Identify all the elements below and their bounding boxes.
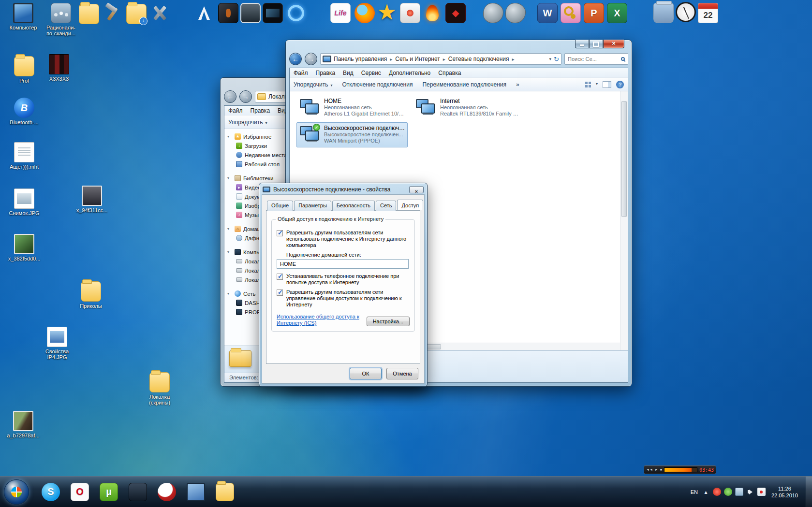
desktop-icon[interactable]: Локалка (скрины) <box>141 372 178 406</box>
forward-button[interactable] <box>239 90 252 103</box>
tab[interactable]: Сеть <box>376 201 396 211</box>
menu-item[interactable]: Дополнительно <box>389 70 430 76</box>
desktop-icon[interactable]: a_b72978af... <box>5 411 42 438</box>
connection-properties-dialog[interactable]: Высокоскоростное подключение - свойства … <box>259 183 428 387</box>
forward-button[interactable] <box>305 53 317 65</box>
toolbar-button[interactable]: Переименование подключения <box>422 81 506 88</box>
desktop-icon[interactable]: Prof <box>6 56 43 84</box>
player-play-icon[interactable] <box>655 468 658 472</box>
breadcrumb-segment[interactable]: Сетевые подключения <box>448 56 517 62</box>
views-button[interactable] <box>584 81 598 88</box>
window-titlebar[interactable] <box>289 40 628 53</box>
desktop-icon[interactable]: Bluetooth-... <box>6 98 43 125</box>
taskbar-app-button[interactable]: S <box>40 481 62 503</box>
toolbar-button[interactable]: Упорядочить <box>228 119 267 126</box>
breadcrumb-segment[interactable]: Панель управления <box>334 56 395 62</box>
taskbar-app-button[interactable]: O <box>69 481 91 503</box>
back-button[interactable] <box>289 53 302 65</box>
breadcrumb-dropdown-icon[interactable]: ▾ <box>549 57 552 61</box>
close-button[interactable] <box>409 186 424 193</box>
refresh-icon[interactable]: ↻ <box>554 56 559 63</box>
taskbar-app-button[interactable]: µ <box>98 481 120 503</box>
menu-item[interactable]: Правка <box>316 70 336 76</box>
tray-icon[interactable] <box>713 488 721 496</box>
desktop-icon[interactable]: 22 <box>690 3 726 23</box>
taskbar-app-button[interactable] <box>214 481 236 503</box>
minimize-button[interactable] <box>575 40 589 48</box>
settings-button[interactable]: Настройка... <box>367 317 410 326</box>
clock[interactable]: 11:26 22.05.2010 <box>766 485 804 499</box>
desktop-icon[interactable]: X3X3X3 <box>41 54 77 82</box>
toolbar-button[interactable]: Отключение подключения <box>342 81 413 88</box>
menu-item[interactable]: Сервис <box>361 70 381 76</box>
help-button[interactable] <box>616 81 624 88</box>
menu-item[interactable]: Справка <box>438 70 461 76</box>
mini-player[interactable]: 03:43 <box>644 465 716 474</box>
cancel-button[interactable]: Отмена <box>386 368 418 379</box>
expander-icon[interactable] <box>227 227 232 231</box>
close-button[interactable] <box>603 40 624 48</box>
tray-icon[interactable] <box>735 488 743 496</box>
desktop-icon[interactable]: x_94f311cc... <box>74 186 110 213</box>
desktop-icon[interactable] <box>141 3 178 23</box>
tray-icon[interactable] <box>757 488 766 496</box>
back-button[interactable] <box>224 90 236 103</box>
dialog-titlebar[interactable]: Высокоскоростное подключение - свойства <box>262 183 425 194</box>
language-indicator[interactable]: EN <box>687 489 702 495</box>
network-connection-item[interactable]: HOME Неопознанная сеть Atheros L1 Gigabi… <box>296 95 408 120</box>
desktop-icon[interactable]: Свойства IP4.JPG <box>39 327 75 360</box>
menu-item[interactable]: Файл <box>228 107 243 114</box>
player-stop-icon[interactable] <box>660 468 662 472</box>
search-input[interactable]: Поиск: Се... <box>564 53 628 65</box>
tab[interactable]: Общие <box>267 201 293 211</box>
tray-icon[interactable] <box>746 488 754 496</box>
expander-icon[interactable] <box>227 291 232 296</box>
tab[interactable]: Безопасность <box>332 201 375 211</box>
preview-pane-button[interactable] <box>603 81 611 88</box>
ics-help-link[interactable]: Использование общего доступа к Интернету… <box>277 314 363 326</box>
menu-item[interactable]: Файл <box>294 70 308 76</box>
desktop-icon[interactable]: X <box>599 3 635 23</box>
network-connection-item[interactable]: Internet Неопознанная сеть Realtek RTL81… <box>413 95 524 120</box>
toolbar-button[interactable]: Упорядочить <box>294 81 332 88</box>
checkbox-allow-control[interactable] <box>277 290 283 296</box>
menu-item[interactable]: Правка <box>251 107 270 114</box>
player-prev-icon[interactable] <box>646 468 653 472</box>
desktop-icon[interactable] <box>497 3 534 23</box>
desktop-icon-label: Локалка (скрины) <box>149 394 170 406</box>
show-desktop-button[interactable] <box>806 477 812 507</box>
desktop-icon[interactable] <box>278 3 314 23</box>
tray-icon[interactable] <box>724 488 732 496</box>
tray-icon[interactable] <box>702 488 710 496</box>
expander-icon[interactable] <box>227 176 232 180</box>
expander-icon[interactable] <box>227 250 232 254</box>
desktop-icon[interactable]: ◆ <box>437 3 474 23</box>
desktop-icon[interactable]: Приколы <box>73 281 109 309</box>
tab[interactable]: Доступ <box>397 200 423 210</box>
desktop-icon[interactable]: Ащёт))).mht <box>6 142 43 170</box>
expander-icon[interactable] <box>227 134 232 139</box>
desktop-icon[interactable]: x_382f5dd0... <box>6 234 43 261</box>
taskbar-app-button[interactable] <box>156 481 178 503</box>
taskbar-app-button[interactable] <box>185 481 207 503</box>
toolbar-button[interactable]: » <box>516 81 519 88</box>
breadcrumb[interactable]: Панель управленияСеть и ИнтернетСетевые … <box>320 53 561 65</box>
player-progress-bar[interactable] <box>664 467 697 472</box>
menu-item[interactable]: Вид <box>343 70 354 76</box>
sidebar-icon <box>235 249 241 255</box>
start-button[interactable] <box>4 479 29 505</box>
desktop-icon[interactable]: Снимок.JPG <box>6 188 43 216</box>
checkbox-dial-on-demand[interactable] <box>277 274 283 280</box>
vertical-scrollbar[interactable] <box>620 91 628 350</box>
desktop-icon[interactable]: Компьютер <box>5 3 42 30</box>
connection-network: Неопознанная сеть <box>324 104 405 111</box>
home-network-select[interactable]: HOME <box>277 259 409 269</box>
network-connection-item[interactable]: Высокоскоростное подключение Высокоскоро… <box>296 122 408 147</box>
breadcrumb-segment[interactable]: Сеть и Интернет <box>395 56 448 62</box>
tab[interactable]: Параметры <box>294 201 331 211</box>
ok-button[interactable]: ОК <box>350 368 382 379</box>
scrollbar-thumb[interactable] <box>621 101 627 217</box>
maximize-button[interactable] <box>589 40 603 48</box>
checkbox-allow-sharing[interactable] <box>277 230 283 236</box>
taskbar-app-button[interactable] <box>127 481 149 503</box>
